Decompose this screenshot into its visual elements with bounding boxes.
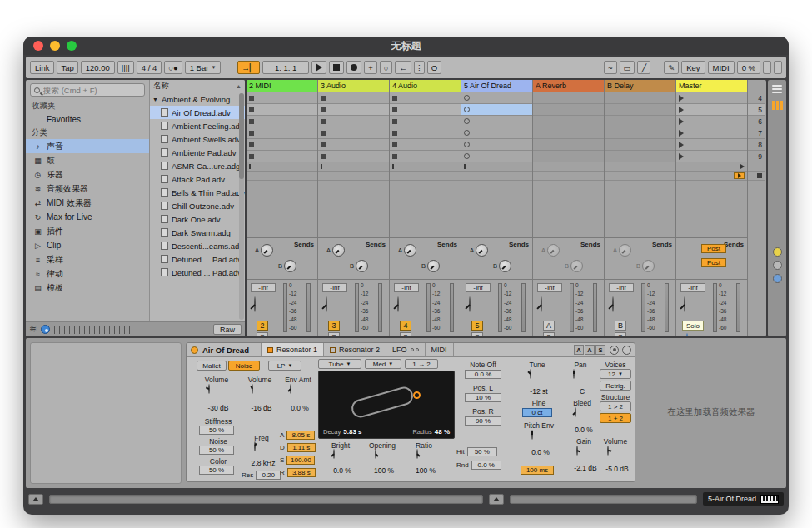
structure-serial-button[interactable]: 1 > 2: [600, 401, 631, 411]
clip-slot[interactable]: [461, 127, 532, 139]
send-a[interactable]: A: [326, 244, 345, 257]
fade-tool-button[interactable]: ~: [604, 61, 617, 74]
volume-knob[interactable]: [541, 296, 542, 312]
voices-menu[interactable]: 12▼: [600, 369, 631, 379]
solo-button[interactable]: S: [615, 332, 626, 336]
punch-in-button[interactable]: ⁞: [414, 61, 425, 74]
nudge-buttons[interactable]: ||||: [117, 61, 134, 74]
sidebar-item-samples[interactable]: ≡采样: [26, 252, 149, 266]
track-activator[interactable]: A: [543, 321, 555, 331]
send-a[interactable]: A: [255, 244, 273, 257]
track-title[interactable]: 5 Air Of Dread: [461, 80, 532, 92]
solo-button[interactable]: S: [257, 332, 268, 336]
send-a-knob[interactable]: [619, 244, 631, 257]
automation-arm-button[interactable]: ○: [380, 61, 393, 74]
time-signature-field[interactable]: 4 / 4: [137, 61, 162, 74]
tab-lfo[interactable]: LFO: [386, 343, 425, 356]
scene-number[interactable]: 6: [748, 116, 765, 127]
track-title[interactable]: 4 Audio: [390, 80, 461, 92]
structure-parallel-button[interactable]: 1 + 2: [600, 413, 631, 423]
send-a[interactable]: A: [470, 244, 488, 257]
sidebar-item-favorites[interactable]: Favorites: [26, 112, 149, 127]
metronome-button[interactable]: ○●: [164, 61, 182, 74]
send-b[interactable]: B: [565, 260, 583, 272]
cue-solo-toggle[interactable]: Solo: [682, 321, 704, 331]
scene-number[interactable]: 9: [748, 151, 765, 162]
hot-swap-icon[interactable]: [610, 346, 619, 355]
clip-stop-row[interactable]: [247, 172, 317, 181]
clip-stop-row[interactable]: [390, 172, 461, 181]
clip-slot[interactable]: [390, 116, 461, 127]
track-title[interactable]: A Reverb: [533, 80, 604, 92]
sidebar-item-sounds[interactable]: ♪声音: [26, 139, 149, 153]
clip-stop-row[interactable]: [461, 172, 532, 181]
track-activator[interactable]: 2: [257, 321, 268, 331]
ratio-knob[interactable]: [416, 449, 418, 459]
scene-number[interactable]: 8: [748, 139, 765, 151]
volume-display[interactable]: -Inf: [251, 283, 276, 292]
clip-slot[interactable]: [461, 151, 532, 162]
search-box[interactable]: [30, 83, 145, 97]
browser-file-row[interactable]: Detuned ... Pad.adv: [150, 252, 245, 266]
clip-slot[interactable]: [390, 127, 461, 139]
back-to-arrangement-button[interactable]: ←: [395, 61, 411, 74]
send-b-pre-post-toggle[interactable]: Post: [701, 258, 726, 267]
browser-file-row[interactable]: Descenti...eams.adv: [150, 239, 245, 252]
send-a-knob[interactable]: [404, 244, 416, 257]
disclosure-triangle-icon[interactable]: ▼: [152, 97, 158, 102]
scene-number[interactable]: 4: [748, 92, 765, 104]
clip-stop-row[interactable]: [461, 162, 532, 172]
unfold-right-button[interactable]: [489, 494, 504, 505]
save-preset-icon[interactable]: [622, 346, 631, 355]
sidebar-item-grooves[interactable]: ≈律动: [26, 266, 149, 281]
clip-slot[interactable]: [318, 127, 389, 139]
play-button[interactable]: [311, 61, 326, 74]
stop-all-clips-row[interactable]: [676, 162, 747, 172]
release-field[interactable]: 3.88 s: [287, 468, 316, 477]
track-activator[interactable]: 3: [328, 321, 340, 331]
send-b-knob[interactable]: [284, 260, 296, 272]
scene-number[interactable]: 5: [748, 104, 765, 116]
send-a-knob[interactable]: [332, 244, 345, 257]
volume-display[interactable]: -Inf: [537, 283, 562, 292]
sidebar-item-midi-effects[interactable]: ⇄MIDI 效果器: [26, 196, 149, 210]
tune-knob[interactable]: [530, 369, 531, 379]
tap-tempo-button[interactable]: Tap: [57, 61, 77, 74]
attack-field[interactable]: 8.05 s: [286, 431, 315, 440]
browser-file-row[interactable]: ASMR Ca...ure.adg: [150, 159, 245, 172]
clip-slot[interactable]: [247, 104, 317, 116]
pos-r-field[interactable]: 90 %: [465, 416, 501, 426]
menu-icon[interactable]: [772, 85, 782, 93]
sidebar-item-drums[interactable]: ▦鼓: [26, 153, 149, 167]
tempo-field[interactable]: 120.00: [81, 61, 115, 74]
pos-l-field[interactable]: 10 %: [465, 393, 501, 402]
noise-amount-slider[interactable]: 50 %: [199, 446, 234, 455]
clip-slot[interactable]: [318, 151, 389, 162]
send-a[interactable]: A: [613, 244, 631, 257]
clip-stop-row[interactable]: [318, 172, 389, 181]
clip-slot[interactable]: [247, 116, 317, 127]
volume-display[interactable]: -Inf: [609, 283, 634, 292]
scene-number[interactable]: 7: [748, 127, 765, 139]
retrigger-button[interactable]: Retrig.: [600, 381, 631, 391]
solo-button[interactable]: S: [543, 332, 555, 336]
clip-stop-row[interactable]: [390, 162, 461, 172]
browser-folder-row[interactable]: ▼ Ambient & Evolving: [150, 92, 245, 106]
current-track-chip[interactable]: 5-Air Of Dread: [703, 492, 784, 506]
tab-resonator-1[interactable]: Resonator 1: [261, 343, 323, 356]
box-tool-button[interactable]: ▭: [620, 61, 635, 74]
rnd-field[interactable]: 0.0 %: [471, 461, 501, 470]
clip-slot[interactable]: [390, 151, 461, 162]
send-a[interactable]: A: [398, 244, 416, 257]
tab-midi[interactable]: MIDI: [425, 343, 454, 356]
sidebar-item-max-for-live[interactable]: ↻Max for Live: [26, 210, 149, 224]
clip-slot[interactable]: [247, 127, 317, 139]
scene-launch-slot[interactable]: [676, 104, 747, 116]
browser-file-row[interactable]: Ambiente Pad.adv: [150, 146, 245, 159]
clip-slot[interactable]: [247, 92, 317, 104]
device-on-toggle[interactable]: [191, 346, 198, 354]
send-b[interactable]: B: [421, 260, 440, 272]
computer-midi-keyboard-button[interactable]: Key: [681, 61, 705, 74]
scene-launch-slot[interactable]: [676, 116, 747, 127]
decay-field[interactable]: 1.11 s: [287, 443, 316, 452]
